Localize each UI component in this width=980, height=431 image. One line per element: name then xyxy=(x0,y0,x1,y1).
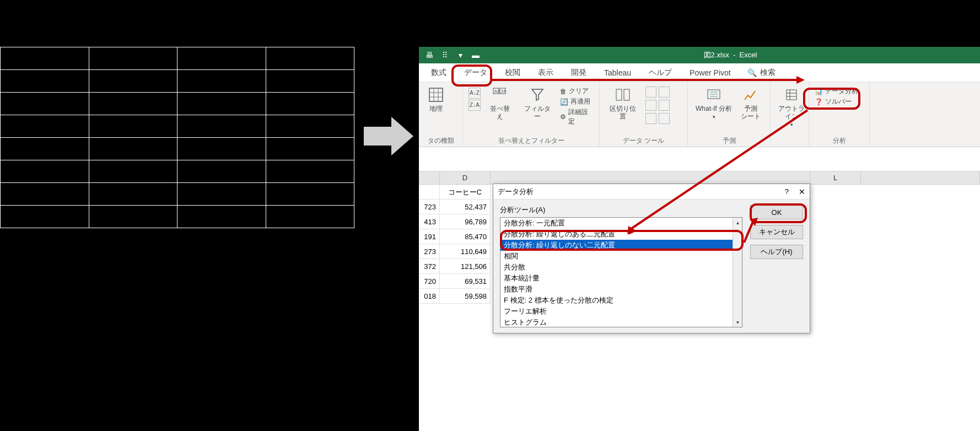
group-label-datatools: データ ツール xyxy=(605,135,682,146)
qat-dropdown-icon[interactable]: ▾ xyxy=(455,50,465,60)
qat-print-icon[interactable]: 🖶 xyxy=(424,50,434,60)
excel-window: 🖶 ⠿ ▾ ▬ 図2.xlsx - Excel 数式 データ 校閲 表示 開発 … xyxy=(419,47,980,431)
text-to-columns-button[interactable]: 区切り位置 xyxy=(605,84,641,122)
titlebar: 🖶 ⠿ ▾ ▬ 図2.xlsx - Excel xyxy=(419,47,980,63)
col-header-L[interactable]: L xyxy=(810,171,861,185)
tab-developer[interactable]: 開発 xyxy=(570,64,588,81)
ribbon: 地理 タの種類 A↓Z Z↓A AZZA 並べ替え xyxy=(419,82,980,147)
search-icon: 🔍 xyxy=(747,68,757,77)
cell-c[interactable]: 372 xyxy=(419,259,440,274)
data-analysis-button[interactable]: 📊データ分析 xyxy=(815,87,858,96)
outline-button[interactable]: アウトラ イン ▾ xyxy=(776,84,807,128)
sort-asc-button[interactable]: A↓Z xyxy=(469,88,481,99)
data-validation-button[interactable] xyxy=(645,100,656,111)
grid[interactable]: コーヒーC 72352,437 41396,789 19185,470 2731… xyxy=(419,185,491,304)
header-coffee-c[interactable]: コーヒーC xyxy=(440,185,491,200)
list-item[interactable]: F 検定: 2 標本を使った分散の検定 xyxy=(500,295,742,306)
data-analysis-icon: 📊 xyxy=(815,88,823,95)
chevron-down-icon: ▾ xyxy=(790,122,793,127)
scroll-down-icon[interactable]: ▾ xyxy=(733,317,742,327)
sort-button[interactable]: AZZA 並べ替え xyxy=(485,84,515,122)
cell-d[interactable]: 110,649 xyxy=(440,244,491,259)
cell-c[interactable]: 720 xyxy=(419,274,440,289)
analysis-tools-listbox[interactable]: 分散分析: 一元配置 分散分析: 繰り返しのある二元配置 分散分析: 繰り返しの… xyxy=(500,217,742,327)
relationships-button[interactable] xyxy=(645,113,656,124)
cell-c[interactable]: 191 xyxy=(419,229,440,244)
clear-icon: 🗑 xyxy=(560,88,567,95)
svg-rect-8 xyxy=(787,90,796,100)
tab-help[interactable]: ヘルプ xyxy=(648,64,673,81)
dialog-title: データ分析 xyxy=(498,187,534,197)
cell-d[interactable]: 85,470 xyxy=(440,229,491,244)
list-item[interactable]: 基本統計量 xyxy=(500,273,742,284)
flash-fill-button[interactable] xyxy=(645,87,656,98)
list-item[interactable]: 分散分析: 繰り返しのある二元配置 xyxy=(500,229,742,240)
cell-c[interactable]: 018 xyxy=(419,289,440,304)
dialog-help-icon[interactable]: ? xyxy=(785,187,789,196)
data-model-button[interactable] xyxy=(659,113,670,124)
list-item[interactable]: 相関 xyxy=(500,251,742,262)
left-empty-table xyxy=(0,47,354,228)
cell-d[interactable]: 121,506 xyxy=(440,259,491,274)
whatif-button[interactable]: What-If 分析 ▾ xyxy=(693,84,734,121)
cell-d[interactable]: 69,531 xyxy=(440,274,491,289)
dialog-close-button[interactable]: ✕ xyxy=(799,187,805,196)
remove-dup-button[interactable] xyxy=(659,87,670,98)
forecast-sheet-button[interactable]: 予測 シート xyxy=(739,84,763,122)
outline-icon xyxy=(782,85,801,104)
tab-formula[interactable]: 数式 xyxy=(430,64,448,81)
filter-clear-button[interactable]: 🗑クリア xyxy=(560,87,594,96)
filter-icon xyxy=(528,85,547,104)
filter-advanced-button[interactable]: ⚙詳細設定 xyxy=(560,107,594,126)
scroll-up-icon[interactable]: ▴ xyxy=(733,218,742,227)
svg-text:ZA: ZA xyxy=(501,89,506,93)
help-button[interactable]: ヘルプ(H) xyxy=(750,245,803,259)
list-item[interactable]: 指数平滑 xyxy=(500,284,742,295)
cell-d[interactable]: 59,598 xyxy=(440,289,491,304)
tab-view[interactable]: 表示 xyxy=(537,64,554,81)
svg-rect-5 xyxy=(616,89,622,100)
tab-review[interactable]: 校閲 xyxy=(504,64,521,81)
worksheet[interactable]: D L コーヒーC 72352,437 41396,789 19185,470 … xyxy=(419,171,980,431)
geography-button[interactable]: 地理 xyxy=(424,84,448,114)
reapply-icon: 🔄 xyxy=(560,98,568,106)
tab-data[interactable]: データ xyxy=(463,64,488,81)
list-item[interactable]: 分散分析: 一元配置 xyxy=(500,218,742,229)
svg-text:AZ: AZ xyxy=(494,89,500,93)
geography-icon xyxy=(427,85,445,104)
analysis-tools-label: 分析ツール(A) xyxy=(500,205,742,215)
list-item[interactable]: フーリエ解析 xyxy=(500,306,742,317)
list-item[interactable]: ヒストグラム xyxy=(500,317,742,327)
filter-reapply-button[interactable]: 🔄再適用 xyxy=(560,97,594,106)
text-to-columns-icon xyxy=(613,85,632,104)
cell-c[interactable]: 273 xyxy=(419,244,440,259)
list-item[interactable]: 共分散 xyxy=(500,262,742,273)
list-item-selected[interactable]: 分散分析: 繰り返しのない二元配置 xyxy=(500,240,742,251)
group-label-analysis: 分析 xyxy=(815,135,864,146)
consolidate-button[interactable] xyxy=(659,100,670,111)
cell-c[interactable]: 413 xyxy=(419,214,440,229)
ok-button[interactable]: OK xyxy=(750,205,803,219)
sort-icon: AZZA xyxy=(491,85,509,104)
filter-button[interactable]: フィルター xyxy=(519,84,556,122)
cancel-button[interactable]: キャンセル xyxy=(750,225,803,239)
cell-c[interactable]: 723 xyxy=(419,200,440,214)
col-header-D[interactable]: D xyxy=(440,171,491,185)
cell-d[interactable]: 96,789 xyxy=(440,214,491,229)
solver-button[interactable]: ❓ソルバー xyxy=(815,97,858,106)
sort-desc-button[interactable]: Z↓A xyxy=(469,100,481,111)
qat-touch-icon[interactable]: ⠿ xyxy=(440,50,450,60)
svg-rect-6 xyxy=(624,89,629,100)
group-label-forecast: 予測 xyxy=(693,135,764,146)
cell-d[interactable]: 52,437 xyxy=(440,200,491,214)
tab-tableau[interactable]: Tableau xyxy=(603,65,632,80)
search-box[interactable]: 🔍 検索 xyxy=(747,68,776,78)
forecast-icon xyxy=(741,85,760,104)
column-headers: D L xyxy=(419,171,980,185)
tab-powerpivot[interactable]: Power Pivot xyxy=(688,65,732,80)
data-analysis-dialog: データ分析 ? ✕ 分析ツール(A) 分散分析: 一元配置 分散分析: 繰り返し… xyxy=(493,184,810,333)
qat-separator: ▬ xyxy=(471,50,481,60)
dialog-titlebar: データ分析 ? ✕ xyxy=(493,184,810,200)
listbox-scrollbar[interactable]: ▴ ▾ xyxy=(733,218,742,327)
solver-icon: ❓ xyxy=(815,98,823,106)
